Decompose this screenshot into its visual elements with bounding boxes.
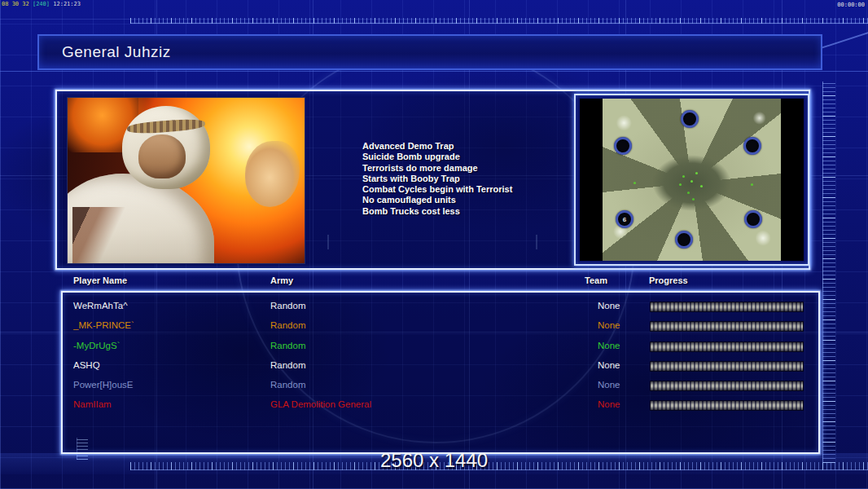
player-row: _MK-PRINCE` Random None <box>63 317 818 337</box>
start-position-marker <box>675 231 693 249</box>
perk-item: Combat Cycles begin with Terrorist <box>362 184 607 195</box>
ruler-right <box>822 82 835 463</box>
player-table-header: Player Name Army Team Progress <box>0 275 868 289</box>
progress-fill <box>651 322 803 331</box>
divider-line <box>0 71 868 72</box>
perk-item: Suicide Bomb upgrade <box>362 152 607 162</box>
player-name: Power[H]ousE <box>73 380 134 390</box>
minimap-units-dots <box>690 180 693 183</box>
player-team: None <box>598 399 620 409</box>
portrait-sash <box>72 207 143 263</box>
player-name: NamIIam <box>73 399 112 409</box>
start-position-marker: 6 <box>616 210 633 228</box>
player-name: ASHQ <box>73 360 100 370</box>
player-row: ASHQ Random None <box>63 357 818 377</box>
start-position-number: 6 <box>623 216 626 223</box>
player-team: None <box>598 301 620 311</box>
minimap-terrain: 6 <box>603 99 781 261</box>
column-player-name: Player Name <box>73 275 127 285</box>
progress-fill <box>651 381 803 390</box>
perk-item: Bomb Trucks cost less <box>362 206 607 217</box>
loading-screen: 08 30 32 [240] 12:21:23 00:00:00 General… <box>0 0 868 489</box>
page-title: General Juhziz <box>62 43 171 61</box>
player-army: GLA Demolition General <box>270 399 371 409</box>
player-row: Power[H]ousE Random None <box>63 377 818 396</box>
player-list-panel: WeRmAhTa^ Random None _MK-PRINCE` Random… <box>61 291 820 454</box>
player-row: NamIIam GLA Demolition General None <box>63 396 818 416</box>
player-team: None <box>598 360 620 370</box>
player-row: WeRmAhTa^ Random None <box>63 297 818 317</box>
column-army: Army <box>270 275 293 285</box>
perk-item: Terrorists do more damage <box>362 163 607 174</box>
progress-fill <box>651 342 803 351</box>
start-position-marker <box>681 110 699 128</box>
start-position-marker <box>743 137 761 155</box>
column-team: Team <box>585 275 607 285</box>
general-info-panel: Advanced Demo Trap Suicide Bomb upgrade … <box>55 90 810 270</box>
player-name: -MyDrUgS` <box>73 341 121 350</box>
general-portrait <box>67 97 305 264</box>
player-team: None <box>598 341 620 350</box>
start-position-marker <box>744 210 762 228</box>
player-army: Random <box>270 380 305 390</box>
minimap-letterbox: 6 <box>580 99 804 261</box>
perk-item: No camouflaged units <box>362 195 607 205</box>
player-row: -MyDrUgS` Random None <box>63 337 818 357</box>
player-army: Random <box>270 341 305 350</box>
progress-bar <box>650 302 804 312</box>
player-team: None <box>598 320 620 330</box>
progress-fill <box>651 302 803 311</box>
progress-bar <box>650 321 804 332</box>
progress-fill <box>651 362 803 371</box>
player-name: _MK-PRINCE` <box>73 320 134 330</box>
frame-bracket: [240] <box>33 1 50 7</box>
progress-bar <box>650 400 804 411</box>
progress-bar <box>650 381 804 391</box>
resolution-label: 2560 x 1440 <box>0 449 868 472</box>
frame-stats: 08 30 32 [240] 12:21:23 <box>2 1 81 7</box>
ruler-top <box>130 18 868 24</box>
progress-bar <box>650 361 804 372</box>
player-name: WeRmAhTa^ <box>73 301 128 311</box>
column-progress: Progress <box>649 275 688 285</box>
player-team: None <box>598 380 620 390</box>
player-rows: WeRmAhTa^ Random None _MK-PRINCE` Random… <box>63 297 818 416</box>
player-army: Random <box>270 301 305 311</box>
player-army: Random <box>270 360 305 370</box>
start-position-marker <box>614 137 632 155</box>
perk-list: Advanced Demo Trap Suicide Bomb upgrade … <box>362 141 607 217</box>
portrait-face <box>138 134 186 179</box>
player-army: Random <box>270 320 305 330</box>
match-timer: 00:00:00 <box>837 2 865 8</box>
perk-item: Advanced Demo Trap <box>362 141 607 152</box>
minimap: 6 <box>574 94 809 266</box>
progress-bar <box>650 341 804 352</box>
perk-item: Starts with Booby Trap <box>362 174 607 184</box>
frame-counters: 08 30 32 <box>2 1 29 7</box>
system-clock: 12:21:23 <box>53 1 81 7</box>
title-panel: General Juhziz <box>37 34 822 70</box>
progress-fill <box>651 401 803 410</box>
